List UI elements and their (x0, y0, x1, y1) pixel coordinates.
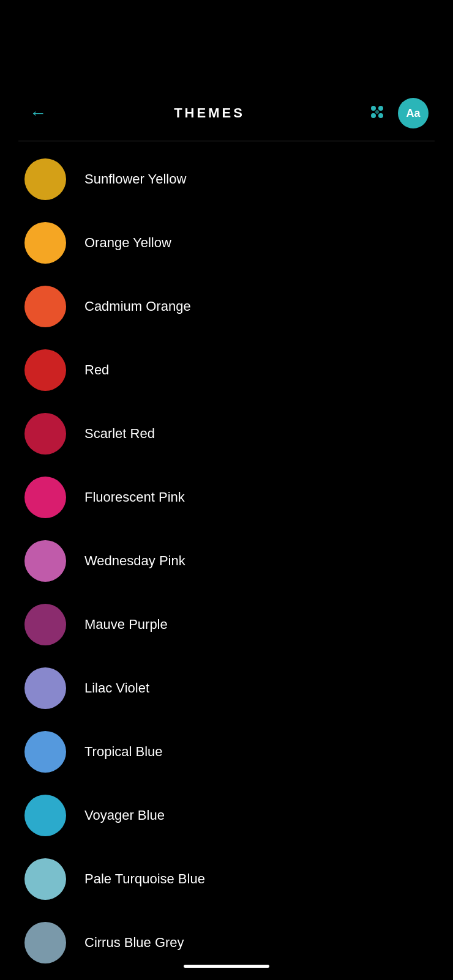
dots-icon[interactable] (367, 102, 389, 124)
color-name-label: Orange Yellow (84, 235, 171, 251)
color-name-label: Mauve Purple (84, 617, 168, 633)
color-swatch (24, 858, 66, 900)
back-arrow-icon: ← (29, 105, 47, 122)
list-item[interactable]: Voyager Blue (0, 784, 453, 847)
color-swatch (24, 604, 66, 645)
color-name-label: Fluorescent Pink (84, 489, 185, 505)
list-item[interactable]: Lilac Violet (0, 656, 453, 720)
color-swatch (24, 922, 66, 963)
color-swatch (24, 222, 66, 264)
list-item[interactable]: Scarlet Red (0, 402, 453, 466)
color-name-label: Cadmium Orange (84, 299, 191, 314)
color-name-label: Lilac Violet (84, 680, 149, 696)
svg-point-0 (371, 106, 376, 111)
color-swatch (24, 667, 66, 709)
color-name-label: Cirrus Blue Grey (84, 935, 184, 951)
list-item[interactable]: Mauve Purple (0, 593, 453, 656)
list-item[interactable]: Tea Green (0, 974, 453, 980)
color-swatch (24, 286, 66, 327)
color-name-label: Wednesday Pink (84, 553, 185, 569)
list-item[interactable]: Orange Yellow (0, 211, 453, 275)
list-item[interactable]: Wednesday Pink (0, 529, 453, 593)
list-item[interactable]: Fluorescent Pink (0, 466, 453, 529)
header-icons: Aa (367, 98, 429, 128)
bottom-bar (184, 965, 269, 968)
color-swatch (24, 795, 66, 836)
color-name-label: Voyager Blue (84, 807, 165, 823)
color-name-label: Sunflower Yellow (84, 171, 186, 187)
color-swatch (24, 477, 66, 518)
color-name-label: Red (84, 362, 109, 378)
color-swatch (24, 158, 66, 200)
header: ← THEMES Aa (0, 0, 453, 141)
palette-icon (367, 102, 389, 124)
color-name-label: Pale Turquoise Blue (84, 871, 205, 887)
back-button[interactable]: ← (24, 100, 51, 127)
color-swatch (24, 540, 66, 582)
list-item[interactable]: Pale Turquoise Blue (0, 847, 453, 911)
svg-point-1 (378, 106, 383, 111)
svg-point-4 (375, 110, 379, 114)
list-item[interactable]: Sunflower Yellow (0, 147, 453, 211)
color-swatch (24, 731, 66, 773)
list-item[interactable]: Cadmium Orange (0, 275, 453, 338)
avatar-label: Aa (406, 107, 420, 120)
svg-point-3 (378, 113, 383, 118)
color-list: Sunflower YellowOrange YellowCadmium Ora… (0, 141, 453, 980)
svg-point-2 (371, 113, 376, 118)
color-name-label: Tropical Blue (84, 744, 163, 760)
color-swatch (24, 349, 66, 391)
color-name-label: Scarlet Red (84, 426, 155, 442)
list-item[interactable]: Tropical Blue (0, 720, 453, 784)
page-title: THEMES (51, 105, 367, 121)
color-swatch (24, 413, 66, 455)
avatar-button[interactable]: Aa (398, 98, 429, 128)
list-item[interactable]: Red (0, 338, 453, 402)
